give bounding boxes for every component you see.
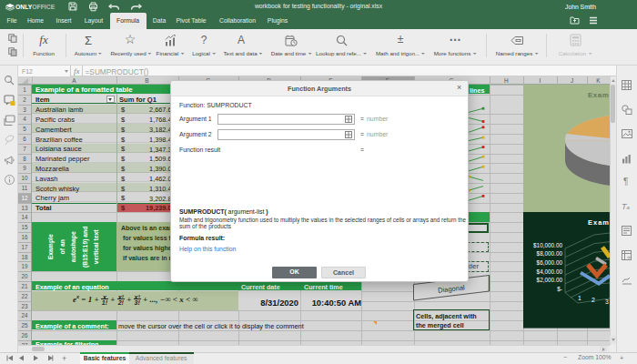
svg-text:$6,000.00: $6,000.00 [537,259,563,266]
svg-text:$2,000.00: $2,000.00 [537,278,563,284]
svg-text:1: 1 [578,295,581,301]
svg-text:$8,000.00: $8,000.00 [537,251,563,258]
svg-text:Exam: Exam [588,91,609,99]
svg-text:$10,000.00: $10,000.00 [533,242,562,248]
svg-text:Exam: Exam [588,218,610,227]
svg-text:2: 2 [592,297,595,303]
svg-text:3: 3 [605,298,609,305]
svg-text:$4,000.00: $4,000.00 [537,268,563,275]
svg-text:$-: $- [557,286,562,292]
